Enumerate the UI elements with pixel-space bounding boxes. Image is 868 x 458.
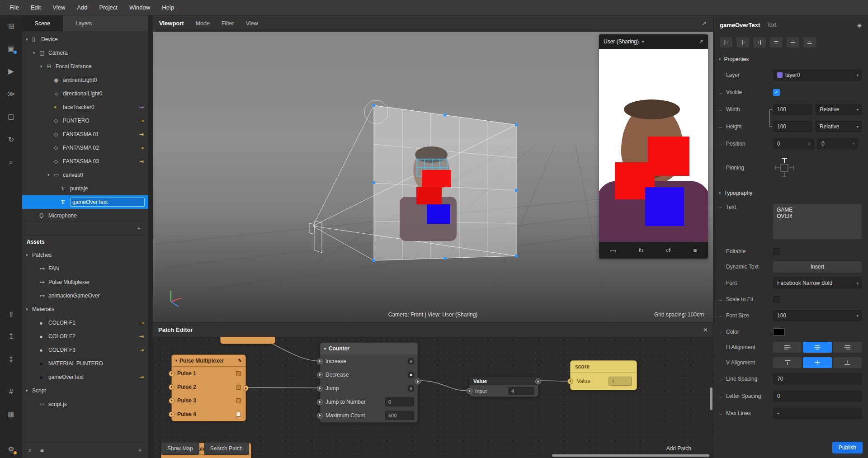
tree-item-puntero[interactable]: ◇PUNTERO⇥ [22,114,148,127]
insert-dynamic-text-button[interactable]: Insert [773,261,862,273]
input-port-icon[interactable] [317,372,323,378]
patch-port-icon[interactable]: → [718,204,726,209]
scale-to-fit-checkbox[interactable] [773,296,780,303]
patch-header[interactable]: Value [470,377,538,385]
tree-item-camera[interactable]: ▾◫Camera [22,46,148,60]
effects-icon[interactable]: ◈ [857,22,862,28]
camera-preview-icon[interactable]: ▣ [0,44,22,53]
patch-node-counter[interactable]: ▾ Counter Increase Decrease [320,342,418,423]
input-port-icon[interactable] [317,399,323,405]
port-toggle[interactable] [236,385,241,390]
pulse-trigger-button[interactable] [408,372,414,378]
output-port-icon[interactable] [415,378,421,384]
jump-to-number-input[interactable]: 0 [385,397,414,406]
red-rectangle-2[interactable] [416,187,442,204]
patch-port-icon[interactable]: → [718,376,726,382]
tree-item-pulse-multiplexer[interactable]: ⊶Pulse Multiplexer [22,275,148,289]
tree-item-ambientlight0[interactable]: ◉ambientLight0 [22,73,148,87]
preview-source-dropdown[interactable]: User (Sharing) [604,38,639,45]
port-toggle[interactable] [236,398,241,403]
input-port-icon[interactable] [169,411,175,417]
input-port-icon[interactable] [169,398,175,404]
show-map-button[interactable]: Show Map [161,442,199,455]
align-left-button[interactable] [773,342,802,353]
text-content-input[interactable]: GAME OVER [773,204,862,239]
tab-mode[interactable]: Mode [196,20,210,27]
restart-icon[interactable]: ↻ [0,135,22,144]
settings-gear-icon[interactable]: ⚙ [0,445,22,454]
tree-item-focal-distance[interactable]: ▾⊞Focal Distance [22,60,148,73]
menu-item-view[interactable]: View [47,0,71,15]
tree-item-fan[interactable]: ⊶FAN [22,262,148,275]
tree-item-gameovertext[interactable]: ●gameOverText⇥ [22,370,148,384]
tree-item-script[interactable]: ▾Script [22,384,148,397]
port-toggle[interactable] [236,412,241,417]
menu-item-window[interactable]: Window [123,0,156,15]
pin-right-button[interactable] [753,37,766,47]
expander-icon[interactable]: ▾ [26,388,32,393]
filter-icon[interactable]: ≡ [40,447,44,454]
menu-item-add[interactable]: Add [71,0,93,15]
add-asset-button[interactable]: + [138,446,142,454]
panels-icon[interactable]: ⊞ [0,22,22,31]
patch-node-score[interactable]: score Value 4 [570,360,637,390]
font-size-dropdown[interactable]: 100 ▾ [773,310,862,321]
search-icon[interactable]: ⌕ [28,446,32,454]
align-bottom-button[interactable] [833,357,862,368]
device-icon[interactable]: ▢ [0,112,22,121]
port-toggle[interactable] [236,371,241,376]
font-dropdown[interactable]: Facebook Narrow Bold ▾ [773,278,862,288]
input-port-icon[interactable] [467,388,472,394]
expander-icon[interactable]: ▾ [26,307,32,312]
position-x-input[interactable]: 0 X [773,138,814,149]
publish-button[interactable]: Publish [832,442,863,453]
maximum-count-input[interactable]: 500 [385,411,414,420]
patch-node-pulse-multiplexer[interactable]: ▾ Pulse Multiplexer ✎ Pulse 1Pulse 2Puls… [171,354,246,421]
rename-input[interactable] [70,198,145,207]
patch-header[interactable]: ▾ Pulse Multiplexer ✎ [172,355,245,367]
pin-left-button[interactable] [720,37,732,47]
patch-port-icon[interactable]: → [718,329,726,335]
patch-canvas[interactable]: ▾ Pulse Multiplexer ✎ Pulse 1Pulse 2Puls… [153,337,713,458]
patch-node-value[interactable]: Value Input 4 [469,377,538,397]
tree-item-gameovertext[interactable]: T [22,195,148,209]
align-top-button[interactable] [773,357,802,368]
tree-item-fantasma-01[interactable]: ◇FANTASMA 01⇥ [22,127,148,141]
tab-view[interactable]: View [246,20,258,27]
score-value-input[interactable]: 4 [609,377,632,386]
patch-port-icon[interactable]: → [718,411,726,416]
tree-item-materials[interactable]: ▾Materials [22,302,148,316]
collapse-icon[interactable]: ▾ [175,359,177,363]
menu-item-project[interactable]: Project [93,0,123,15]
menu-item-help[interactable]: Help [156,0,180,15]
tab-scene[interactable]: Scene [22,15,63,31]
menu-item-file[interactable]: File [4,0,25,15]
input-port-icon[interactable] [317,359,323,364]
horizontal-scrollbar[interactable] [552,454,709,457]
input-port-icon[interactable] [169,384,175,390]
collapse-icon[interactable]: ▾ [324,347,326,351]
input-port-icon[interactable] [317,413,323,419]
pinning-widget[interactable] [773,156,796,179]
align-center-button[interactable] [803,342,831,353]
patch-header[interactable]: score [571,361,637,373]
height-input[interactable]: 100 [773,121,812,132]
tab-filter[interactable]: Filter [222,20,234,27]
tree-item-fantasma-02[interactable]: ◇FANTASMA 02⇥ [22,141,148,155]
tree-item-device[interactable]: ▾▯Device [22,33,148,46]
input-port-icon[interactable] [317,386,323,392]
section-properties[interactable]: ▾ Properties [713,52,868,66]
pin-top-button[interactable] [770,37,783,47]
debug-icon[interactable]: # [0,387,22,397]
patch-node-partial[interactable] [220,337,275,344]
close-icon[interactable]: × [703,326,708,334]
tree-item-color-f1[interactable]: ●COLOR F1⇥ [22,316,148,330]
pin-horizontal-center-button[interactable] [736,37,749,47]
tree-item-script-js[interactable]: </>script.js [22,397,148,411]
tree-item-fantasma-03[interactable]: ◇FANTASMA 03⇥ [22,155,148,168]
red-rectangle-1[interactable] [422,170,451,187]
play-icon[interactable]: ▶ [0,67,22,76]
expander-icon[interactable]: ▾ [26,37,32,42]
input-port-icon[interactable] [169,371,175,377]
patch-port-icon[interactable]: → [718,141,726,146]
